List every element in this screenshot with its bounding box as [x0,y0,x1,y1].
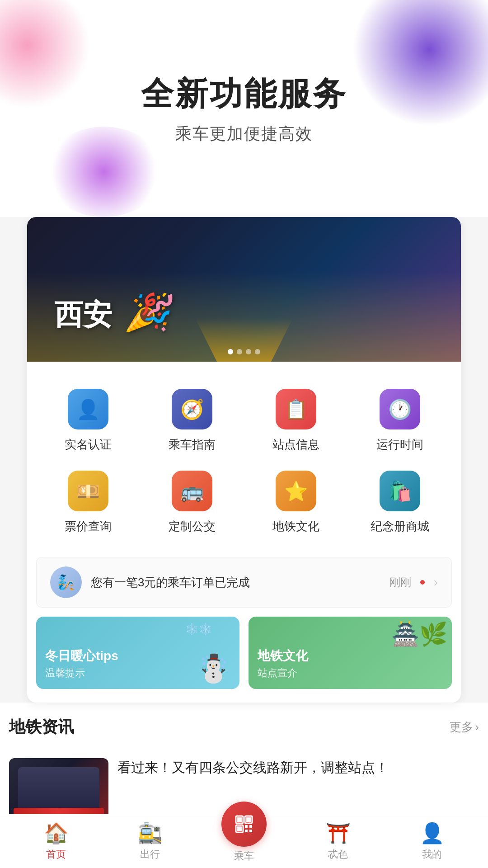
action-shop[interactable]: 🛍️ 纪念册商城 [348,462,452,543]
promo-winter-title: 冬日暖心tips [45,647,118,665]
action-culture[interactable]: ⭐ 地铁文化 [244,462,348,543]
news-more-arrow-icon: › [475,720,479,734]
banner-title: 西安 🎉 [54,291,170,335]
banner-accent-text: 🎉 [125,292,170,332]
banner-city-name: 西安 [54,298,112,331]
notif-avatar: 🧞 [50,566,82,598]
notif-time: 刚刚 [389,575,411,590]
action-shop-label: 纪念册商城 [371,519,429,534]
main-card: 西安 🎉 👤 实名认证 🧭 乘车指南 📋 站点信息 [27,217,461,703]
svg-rect-7 [249,825,252,828]
action-station[interactable]: 📋 站点信息 [244,380,348,462]
nav-item-ride[interactable]: 乘车 [197,820,291,863]
news-more-button[interactable]: 更多 › [450,719,479,735]
svg-rect-3 [246,817,251,822]
action-custom-bus-icon: 🚌 [172,471,212,511]
promo-card-winter[interactable]: ❄️❄️ 冬日暖心tips 温馨提示 ☃️ [36,617,239,689]
qr-icon [233,813,255,835]
svg-rect-9 [249,830,252,832]
hero-subtitle: 乘车更加便捷高效 [0,123,488,145]
hero-title: 全新功能服务 [0,72,488,116]
action-guide[interactable]: 🧭 乘车指南 [140,380,244,462]
banner-dots [228,349,260,354]
nav-label-special: 忒色 [328,848,348,861]
svg-rect-5 [237,826,242,831]
svg-rect-6 [245,825,248,828]
action-time-icon: 🕐 [380,389,420,429]
nav-item-travel[interactable]: 🚉 出行 [103,821,197,861]
action-price[interactable]: 💴 票价查询 [36,462,140,543]
promo-winter-content: 冬日暖心tips 温馨提示 [45,647,118,680]
snowflake-icon: ❄️❄️ [185,623,212,636]
action-real-name-icon: 👤 [68,389,108,429]
promo-card-culture[interactable]: 🏯🌿 地铁文化 站点宣介 [249,617,452,689]
culture-illustration: 🏯🌿 [391,621,447,647]
action-real-name[interactable]: 👤 实名认证 [36,380,140,462]
snowman-illustration: ☃️ [197,652,230,684]
hero-text: 全新功能服务 乘车更加便捷高效 [0,72,488,145]
action-shop-icon: 🛍️ [380,471,420,511]
action-real-name-label: 实名认证 [65,437,112,453]
news-item-title-1: 看过来！又有四条公交线路新开，调整站点！ [117,758,479,777]
travel-icon: 🚉 [138,821,163,845]
action-culture-label: 地铁文化 [272,519,319,534]
action-time[interactable]: 🕐 运行时间 [348,380,452,462]
banner[interactable]: 西安 🎉 [27,217,461,362]
nav-item-mine[interactable]: 👤 我的 [385,821,479,861]
action-culture-icon: ⭐ [276,471,316,511]
news-more-label: 更多 [450,719,473,735]
notification-bar[interactable]: 🧞 您有一笔3元的乘车订单已完成 刚刚 › [36,557,452,608]
notif-text: 您有一笔3元的乘车订单已完成 [91,575,380,590]
action-guide-label: 乘车指南 [169,437,216,453]
home-icon: 🏠 [44,821,69,845]
special-icon: ⛩️ [326,821,351,845]
banner-dot-4 [255,349,260,354]
action-custom-bus[interactable]: 🚌 定制公交 [140,462,244,543]
promo-winter-subtitle: 温馨提示 [45,666,118,680]
svg-rect-1 [237,817,242,822]
promo-culture-title: 地铁文化 [258,647,308,665]
nav-label-ride: 乘车 [234,849,254,863]
news-section-title: 地铁资讯 [9,716,74,738]
nav-label-home: 首页 [46,848,66,861]
nav-item-special[interactable]: ⛩️ 忒色 [291,821,385,861]
promo-culture-content: 地铁文化 站点宣介 [258,647,308,680]
promo-culture-subtitle: 站点宣介 [258,666,308,680]
svg-rect-8 [245,830,248,832]
action-custom-bus-label: 定制公交 [169,519,216,534]
nav-label-mine: 我的 [422,848,442,861]
ride-center-button[interactable] [221,802,267,847]
action-guide-icon: 🧭 [172,389,212,429]
action-station-icon: 📋 [276,389,316,429]
quick-actions-grid: 👤 实名认证 🧭 乘车指南 📋 站点信息 🕐 运行时间 💴 票价查询 🚌 [27,362,461,552]
action-station-label: 站点信息 [272,437,319,453]
banner-dot-2 [237,349,242,354]
notif-indicator-dot [420,580,425,585]
action-time-label: 运行时间 [376,437,423,453]
action-price-label: 票价查询 [65,519,112,534]
banner-dot-1 [228,349,233,354]
mine-icon: 👤 [420,821,445,845]
promo-section: ❄️❄️ 冬日暖心tips 温馨提示 ☃️ 🏯🌿 地铁文化 站点宣介 [36,617,452,689]
bottom-nav: 🏠 首页 🚉 出行 乘车 ⛩️ 忒色 👤 我的 [0,814,488,868]
action-price-icon: 💴 [68,471,108,511]
nav-label-travel: 出行 [140,848,160,861]
hero-section: 全新功能服务 乘车更加便捷高效 [0,0,488,217]
nav-item-home[interactable]: 🏠 首页 [9,821,103,861]
notif-arrow-icon: › [434,575,438,590]
news-header: 地铁资讯 更多 › [9,716,479,738]
banner-dot-3 [246,349,251,354]
